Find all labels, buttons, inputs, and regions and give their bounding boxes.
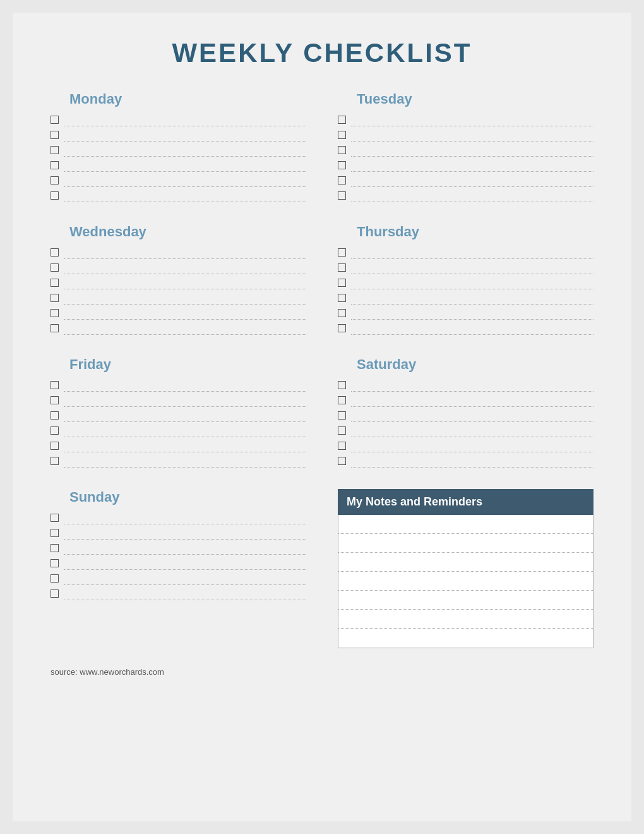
- list-item: [51, 277, 306, 289]
- line: [64, 322, 306, 335]
- row-3-grid: Friday Saturday: [51, 356, 593, 470]
- monday-section: Monday: [51, 91, 306, 205]
- list-item: [338, 246, 593, 259]
- line: [64, 572, 306, 585]
- checkbox[interactable]: [51, 176, 59, 184]
- checkbox[interactable]: [51, 191, 59, 200]
- list-item: [51, 246, 306, 259]
- sunday-items: [51, 512, 306, 603]
- checkbox[interactable]: [51, 457, 59, 465]
- line: [64, 527, 306, 540]
- row-4-grid: Sunday My Notes and Reminders: [51, 489, 593, 648]
- list-item: [338, 292, 593, 305]
- list-item: [51, 527, 306, 540]
- checkbox[interactable]: [51, 589, 59, 598]
- line: [351, 307, 593, 320]
- list-item: [51, 129, 306, 142]
- friday-items: [51, 379, 306, 470]
- list-item: [51, 262, 306, 274]
- checkbox[interactable]: [338, 396, 346, 404]
- checkbox[interactable]: [338, 248, 346, 257]
- checkbox[interactable]: [51, 442, 59, 450]
- notes-header: My Notes and Reminders: [338, 489, 593, 515]
- line: [64, 292, 306, 305]
- checkbox[interactable]: [51, 116, 59, 124]
- line: [64, 455, 306, 468]
- list-item: [51, 394, 306, 407]
- thursday-label: Thursday: [357, 224, 593, 240]
- notes-section: My Notes and Reminders: [338, 489, 593, 648]
- checkbox[interactable]: [338, 131, 346, 139]
- list-item: [338, 425, 593, 437]
- list-item: [338, 409, 593, 422]
- checkbox[interactable]: [338, 381, 346, 389]
- checkbox[interactable]: [51, 294, 59, 302]
- checkbox[interactable]: [338, 457, 346, 465]
- line: [64, 114, 306, 126]
- wednesday-items: [51, 246, 306, 337]
- list-item: [338, 174, 593, 187]
- line: [351, 455, 593, 468]
- checkbox[interactable]: [51, 248, 59, 257]
- line: [351, 246, 593, 259]
- tuesday-items: [338, 114, 593, 205]
- checkbox[interactable]: [338, 161, 346, 169]
- notes-line: [338, 591, 593, 610]
- checkbox[interactable]: [51, 161, 59, 169]
- checkbox[interactable]: [51, 514, 59, 522]
- checkbox[interactable]: [51, 411, 59, 420]
- checkbox[interactable]: [51, 263, 59, 272]
- checkbox[interactable]: [338, 442, 346, 450]
- checkbox[interactable]: [51, 279, 59, 287]
- line: [351, 114, 593, 126]
- checkbox[interactable]: [51, 574, 59, 583]
- thursday-items: [338, 246, 593, 337]
- checkbox[interactable]: [338, 263, 346, 272]
- checkbox[interactable]: [51, 309, 59, 317]
- thursday-section: Thursday: [338, 224, 593, 337]
- checkbox[interactable]: [51, 146, 59, 154]
- checkbox[interactable]: [338, 116, 346, 124]
- list-item: [338, 440, 593, 452]
- line: [64, 246, 306, 259]
- checkbox[interactable]: [338, 279, 346, 287]
- friday-section: Friday: [51, 356, 306, 470]
- notes-line: [338, 572, 593, 591]
- monday-items: [51, 114, 306, 205]
- list-item: [51, 572, 306, 585]
- checkbox[interactable]: [51, 529, 59, 537]
- checkbox[interactable]: [51, 544, 59, 552]
- checkbox[interactable]: [338, 411, 346, 420]
- checkbox[interactable]: [51, 131, 59, 139]
- checkbox[interactable]: [51, 324, 59, 332]
- checkbox[interactable]: [51, 426, 59, 435]
- list-item: [51, 144, 306, 157]
- checkbox[interactable]: [51, 381, 59, 389]
- list-item: [338, 144, 593, 157]
- checkbox[interactable]: [338, 426, 346, 435]
- line: [64, 425, 306, 437]
- list-item: [51, 307, 306, 320]
- line: [351, 394, 593, 407]
- checkbox[interactable]: [51, 559, 59, 567]
- line: [64, 159, 306, 172]
- list-item: [338, 114, 593, 126]
- checkbox[interactable]: [338, 191, 346, 200]
- checkbox[interactable]: [338, 309, 346, 317]
- line: [64, 129, 306, 142]
- line: [64, 588, 306, 600]
- checkbox[interactable]: [51, 396, 59, 404]
- checkbox[interactable]: [338, 294, 346, 302]
- checkbox[interactable]: [338, 324, 346, 332]
- notes-body[interactable]: [338, 515, 593, 648]
- list-item: [338, 159, 593, 172]
- checkbox[interactable]: [338, 176, 346, 184]
- line: [351, 425, 593, 437]
- wednesday-section: Wednesday: [51, 224, 306, 337]
- list-item: [338, 262, 593, 274]
- line: [351, 159, 593, 172]
- checkbox[interactable]: [338, 146, 346, 154]
- list-item: [51, 322, 306, 335]
- notes-line-last: [338, 629, 593, 648]
- source-text: source: www.neworchards.com: [51, 667, 593, 677]
